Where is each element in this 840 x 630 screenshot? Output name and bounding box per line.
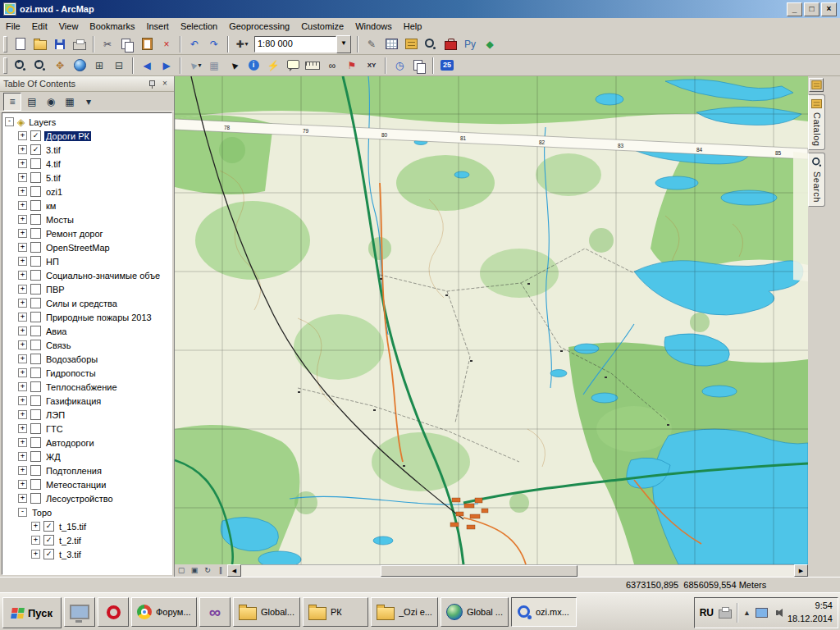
menu-insert[interactable]: Insert xyxy=(140,20,175,33)
list-by-source-button[interactable]: ▤ xyxy=(24,94,40,110)
layer-row-12[interactable]: +ПВР xyxy=(2,282,171,296)
expand-icon[interactable]: + xyxy=(18,313,27,322)
layer-row-18[interactable]: +Гидропосты xyxy=(2,366,171,380)
menu-help[interactable]: Help xyxy=(398,20,428,33)
search-window-button[interactable] xyxy=(422,35,440,53)
layer-row-9[interactable]: +OpenStreetMap xyxy=(2,240,171,254)
expand-icon[interactable]: + xyxy=(18,494,27,503)
layer-checkbox[interactable] xyxy=(30,465,41,476)
expand-icon[interactable]: + xyxy=(18,410,27,419)
list-by-selection-button[interactable]: ▦ xyxy=(62,94,78,110)
expand-icon[interactable]: + xyxy=(18,480,27,489)
layer-checkbox[interactable] xyxy=(30,437,41,448)
expand-icon[interactable]: + xyxy=(18,201,27,210)
pause-drawing-button[interactable]: ∥ xyxy=(214,564,227,577)
layer-checkbox[interactable] xyxy=(30,423,41,434)
layer-checkbox[interactable] xyxy=(30,270,41,281)
layer-checkbox[interactable] xyxy=(30,409,41,420)
layer-row-19[interactable]: +Теплоснабжение xyxy=(2,380,171,394)
open-button[interactable] xyxy=(31,35,49,53)
layer-row-3[interactable]: +4.tif xyxy=(2,157,171,171)
editor-toolbar-button[interactable]: ✎ xyxy=(363,35,381,53)
layer-row-7[interactable]: +Мосты xyxy=(2,212,171,226)
expand-icon[interactable]: + xyxy=(18,424,27,433)
layer-row-30[interactable]: +✓t_2.tif xyxy=(2,533,171,547)
paste-button[interactable] xyxy=(138,35,156,53)
expand-icon[interactable]: + xyxy=(18,257,27,266)
menu-bookmarks[interactable]: Bookmarks xyxy=(84,20,140,33)
layer-checkbox[interactable] xyxy=(30,493,41,504)
layer-checkbox[interactable] xyxy=(30,186,41,197)
select-features-tool[interactable]: ►▾ xyxy=(185,57,203,75)
find-tool[interactable]: ∞ xyxy=(323,57,341,75)
full-extent-button[interactable] xyxy=(71,57,89,75)
display-tray-icon[interactable] xyxy=(756,608,768,618)
expand-icon[interactable]: + xyxy=(31,550,40,559)
pan-tool[interactable]: ✥ xyxy=(51,57,69,75)
layer-checkbox[interactable] xyxy=(30,298,41,308)
fixed-zoom-out-button[interactable]: ⊟ xyxy=(110,57,128,75)
layer-row-11[interactable]: +Социально-значимые объе xyxy=(2,268,171,282)
menu-windows[interactable]: Windows xyxy=(349,20,398,33)
layer-checkbox[interactable] xyxy=(30,479,41,490)
clear-selection-button[interactable]: ▦ xyxy=(205,57,223,75)
scale-input[interactable]: 1:80 000 xyxy=(254,36,336,52)
layer-checkbox[interactable] xyxy=(30,172,41,183)
measure-tool[interactable] xyxy=(304,57,322,75)
layer-checkbox[interactable] xyxy=(30,451,41,462)
horizontal-scrollbar-thumb[interactable] xyxy=(381,565,578,577)
start-button[interactable]: Пуск xyxy=(2,597,62,628)
find-route-button[interactable]: ⚑ xyxy=(343,57,361,75)
expand-icon[interactable]: + xyxy=(18,145,27,154)
forward-extent-button[interactable]: ▶ xyxy=(158,57,176,75)
task-loops-app[interactable] xyxy=(199,597,231,627)
language-indicator[interactable]: RU xyxy=(700,607,714,619)
expand-icon[interactable]: + xyxy=(18,159,27,168)
expand-icon[interactable]: + xyxy=(18,452,27,461)
layer-row-22[interactable]: +ГТС xyxy=(2,422,171,436)
layer-row-0[interactable]: -◈Layers xyxy=(2,115,171,129)
data-view-button[interactable]: ▢ xyxy=(175,564,188,577)
expand-icon[interactable]: + xyxy=(18,131,27,140)
catalog-window-button[interactable] xyxy=(402,35,420,53)
layer-checkbox[interactable] xyxy=(30,200,41,211)
expand-icon[interactable]: + xyxy=(18,396,27,405)
scale-dropdown-button[interactable]: ▼ xyxy=(336,35,351,53)
save-button[interactable] xyxy=(51,35,69,53)
layer-checkbox[interactable]: ✓ xyxy=(30,130,41,141)
undo-button[interactable]: ↶ xyxy=(185,35,203,53)
layer-row-2[interactable]: +✓3.tif xyxy=(2,143,171,157)
layer-checkbox[interactable]: ✓ xyxy=(43,549,54,559)
layer-row-10[interactable]: +НП xyxy=(2,254,171,268)
layer-row-20[interactable]: +Газификация xyxy=(2,394,171,408)
scroll-left-button[interactable]: ◀ xyxy=(227,564,241,577)
cut-button[interactable]: ✂ xyxy=(98,35,116,53)
minimize-button[interactable]: _ xyxy=(787,2,802,16)
expand-icon[interactable]: + xyxy=(18,215,27,224)
layout-view-button[interactable]: ▣ xyxy=(188,564,201,577)
menu-edit[interactable]: Edit xyxy=(26,20,53,33)
toc-close-button[interactable]: × xyxy=(159,79,171,89)
layer-checkbox[interactable] xyxy=(30,354,41,364)
scroll-right-button[interactable]: ▶ xyxy=(794,564,808,577)
layer-row-4[interactable]: +5.tif xyxy=(2,171,171,185)
menu-view[interactable]: View xyxy=(53,20,84,33)
printer-tray-icon[interactable] xyxy=(719,609,732,619)
layer-checkbox[interactable] xyxy=(30,368,41,378)
layer-row-26[interactable]: +Метеостанции xyxy=(2,477,171,491)
layer-row-5[interactable]: +ozi1 xyxy=(2,185,171,199)
task-global-mapper[interactable]: Global ... xyxy=(441,597,509,627)
expand-icon[interactable]: + xyxy=(31,522,40,531)
html-popup-tool[interactable] xyxy=(284,57,302,75)
add-data-button-dropdown[interactable]: ▾ xyxy=(245,40,249,48)
layer-checkbox[interactable] xyxy=(30,214,41,225)
new-map-button[interactable] xyxy=(11,35,30,53)
overlay-count-badge[interactable]: 25 xyxy=(438,57,456,75)
close-button[interactable]: × xyxy=(821,2,837,16)
task-forum-browser[interactable]: Форум... xyxy=(131,597,197,627)
menu-customize[interactable]: Customize xyxy=(295,20,349,33)
layer-checkbox[interactable]: ✓ xyxy=(43,535,54,546)
layer-checkbox[interactable] xyxy=(30,228,41,239)
expand-icon[interactable]: + xyxy=(18,326,27,336)
task-ozi-arcmap[interactable]: ozi.mx... xyxy=(511,597,577,627)
